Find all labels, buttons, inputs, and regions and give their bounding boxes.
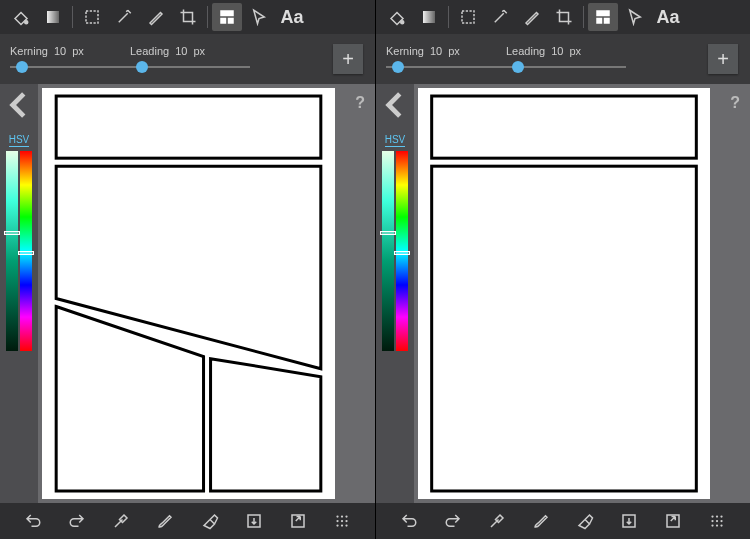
back-icon[interactable] <box>0 90 38 120</box>
svg-point-34 <box>716 520 718 522</box>
marquee-icon[interactable] <box>77 3 107 31</box>
eraser-icon[interactable] <box>568 506 602 536</box>
kerning-value: 10 <box>430 45 442 57</box>
svg-point-30 <box>711 515 713 517</box>
cursor-icon[interactable] <box>620 3 650 31</box>
eyedropper-icon[interactable] <box>480 506 514 536</box>
side-toolbar: HSV <box>0 84 38 503</box>
svg-point-17 <box>341 524 343 526</box>
gradient-icon[interactable] <box>414 3 444 31</box>
svg-point-10 <box>336 515 338 517</box>
add-button[interactable]: + <box>333 44 363 74</box>
pen-icon[interactable] <box>517 3 547 31</box>
gradient-icon[interactable] <box>38 3 68 31</box>
redo-icon[interactable] <box>60 506 94 536</box>
eyedropper-icon[interactable] <box>104 506 138 536</box>
svg-point-12 <box>345 515 347 517</box>
crop-icon[interactable] <box>173 3 203 31</box>
comic-canvas[interactable] <box>418 88 710 499</box>
help-icon[interactable]: ? <box>730 94 740 112</box>
color-mode-label[interactable]: HSV <box>9 134 30 147</box>
brush-icon[interactable] <box>148 506 182 536</box>
svg-point-15 <box>345 520 347 522</box>
svg-rect-26 <box>432 96 697 158</box>
canvas-area[interactable]: ? <box>38 84 375 503</box>
leading-value: 10 <box>175 45 187 57</box>
grid-icon[interactable] <box>700 506 734 536</box>
undo-icon[interactable] <box>16 506 50 536</box>
text-tool-icon[interactable]: Aa <box>652 3 684 31</box>
svg-point-38 <box>720 524 722 526</box>
svg-point-18 <box>345 524 347 526</box>
pen-icon[interactable] <box>141 3 171 31</box>
svg-rect-1 <box>47 11 59 23</box>
side-toolbar: HSV <box>376 84 414 503</box>
eraser-icon[interactable] <box>193 506 227 536</box>
crop-icon[interactable] <box>549 3 579 31</box>
save-icon[interactable] <box>612 506 646 536</box>
wand-icon[interactable] <box>109 3 139 31</box>
kerning-value: 10 <box>54 45 66 57</box>
hue-slider[interactable] <box>20 151 32 351</box>
svg-rect-20 <box>423 11 435 23</box>
leading-control[interactable]: Leading 10 px <box>130 45 250 73</box>
leading-value: 10 <box>551 45 563 57</box>
kerning-unit: px <box>72 45 84 57</box>
kerning-label: Kerning <box>10 45 48 57</box>
export-icon[interactable] <box>281 506 315 536</box>
text-tool-icon[interactable]: Aa <box>276 3 308 31</box>
svg-rect-7 <box>56 96 321 158</box>
text-settings-row: Kerning 10 px Leading 10 px + <box>376 34 750 84</box>
canvas-area[interactable]: ? <box>414 84 750 503</box>
marquee-icon[interactable] <box>453 3 483 31</box>
svg-rect-22 <box>596 10 610 16</box>
comic-canvas[interactable] <box>42 88 335 499</box>
workspace: HSV ? <box>0 84 375 503</box>
svg-point-11 <box>341 515 343 517</box>
svg-point-33 <box>711 520 713 522</box>
redo-icon[interactable] <box>436 506 470 536</box>
leading-label: Leading <box>130 45 169 57</box>
bottom-toolbar <box>376 503 750 539</box>
svg-point-14 <box>341 520 343 522</box>
grid-icon[interactable] <box>325 506 359 536</box>
kerning-control[interactable]: Kerning 10 px <box>10 45 130 73</box>
kerning-control[interactable]: Kerning 10 px <box>386 45 506 73</box>
svg-point-36 <box>711 524 713 526</box>
app-panel-left: Aa Kerning 10 px Leading 10 px + HSV <box>0 0 375 539</box>
save-icon[interactable] <box>237 506 271 536</box>
panel-tool-icon[interactable] <box>588 3 618 31</box>
svg-rect-2 <box>86 11 98 23</box>
bucket-icon[interactable] <box>382 3 412 31</box>
cursor-icon[interactable] <box>244 3 274 31</box>
undo-icon[interactable] <box>392 506 426 536</box>
color-mode-label[interactable]: HSV <box>385 134 406 147</box>
svg-rect-23 <box>596 18 602 24</box>
svg-point-13 <box>336 520 338 522</box>
svg-point-31 <box>716 515 718 517</box>
svg-rect-5 <box>228 18 234 24</box>
svg-rect-4 <box>220 18 226 24</box>
panel-tool-icon[interactable] <box>212 3 242 31</box>
hue-slider[interactable] <box>396 151 408 351</box>
kerning-unit: px <box>448 45 460 57</box>
svg-rect-24 <box>604 18 610 24</box>
svg-point-0 <box>25 21 28 24</box>
export-icon[interactable] <box>656 506 690 536</box>
add-button[interactable]: + <box>708 44 738 74</box>
kerning-label: Kerning <box>386 45 424 57</box>
lightness-slider[interactable] <box>382 151 394 351</box>
svg-point-37 <box>716 524 718 526</box>
help-icon[interactable]: ? <box>355 94 365 112</box>
svg-point-35 <box>720 520 722 522</box>
brush-icon[interactable] <box>524 506 558 536</box>
app-panel-right: Aa Kerning 10 px Leading 10 px + HSV <box>375 0 750 539</box>
lightness-slider[interactable] <box>6 151 18 351</box>
leading-unit: px <box>193 45 205 57</box>
top-toolbar: Aa <box>0 0 375 34</box>
back-icon[interactable] <box>376 90 414 120</box>
svg-point-16 <box>336 524 338 526</box>
leading-control[interactable]: Leading 10 px <box>506 45 626 73</box>
bucket-icon[interactable] <box>6 3 36 31</box>
wand-icon[interactable] <box>485 3 515 31</box>
